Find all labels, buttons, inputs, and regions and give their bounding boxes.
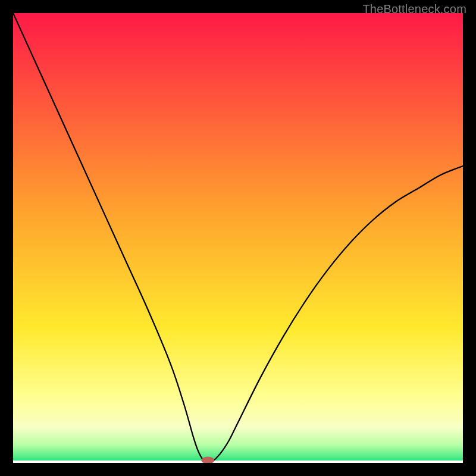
plot-background: [13, 13, 463, 463]
plot-svg: [13, 13, 463, 463]
watermark-text: TheBottleneck.com: [362, 2, 466, 16]
plot-area: [13, 13, 463, 463]
bottom-band: [13, 461, 463, 463]
chart-frame: TheBottleneck.com: [0, 0, 476, 476]
